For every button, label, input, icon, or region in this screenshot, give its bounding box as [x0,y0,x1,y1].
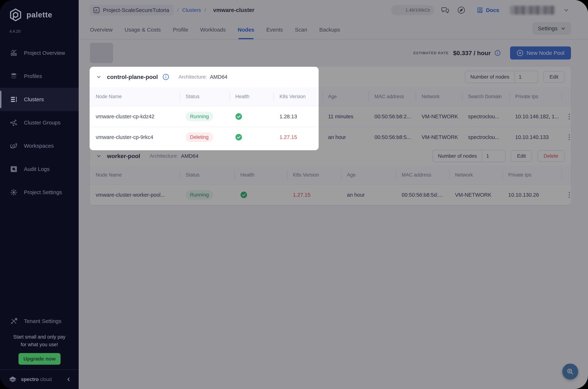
node-name: vmware-cluster-cp-9rkc4 [90,127,180,147]
column-header: Health [229,87,274,106]
node-k8s-version: 1.28.13 [274,106,322,127]
worker-pool-header: worker-pool Architecture: AMD64 Number o… [90,147,571,165]
worker-node-table: Node Name Status Health K8s Version Age … [90,165,571,205]
search-fab[interactable] [562,364,578,380]
column-header: Age [322,87,369,106]
node-name: vmware-cluster-cp-kdz42 [90,106,180,127]
bar-chart-trend-icon [10,49,18,57]
kebab-menu-icon[interactable] [567,106,571,127]
collapse-chevron-down-icon[interactable] [96,154,101,158]
column-header: Age [341,165,396,184]
docs-button[interactable]: Docs [473,4,504,16]
user-menu-chevron-down-icon[interactable] [561,5,571,15]
info-icon[interactable] [163,74,169,80]
sidebar-item-cluster-groups[interactable]: Cluster Groups [0,111,79,134]
spectro-cloud-logo [8,375,17,384]
tab-usage-costs[interactable]: Usage & Costs [125,20,161,39]
sidebar-tenant-section: Tenant Settings [0,310,79,333]
number-of-nodes-label: Number of nodes [433,150,482,162]
orbit-icon [10,142,18,150]
book-icon [477,7,483,13]
node-mac: 00:50:56:b8:2... [369,106,416,127]
column-header: Network [416,87,462,106]
column-header: Status [180,87,229,106]
control-plane-pool-header: control-plane-pool Architecture: AMD64 N… [90,67,571,87]
tab-overview[interactable]: Overview [90,20,112,39]
column-header: Private Ips [503,165,561,184]
column-header: Private Ips [509,87,561,106]
node-status-cell: Running [180,184,235,205]
sidebar-item-profiles[interactable]: Profiles [0,65,79,88]
tab-scan[interactable]: Scan [295,20,307,39]
settings-button[interactable]: Settings [532,23,571,34]
sidebar-item-clusters[interactable]: Clusters [0,88,79,111]
edit-pool-button[interactable]: Edit [511,150,532,162]
check-circle-icon [240,192,247,198]
tab-nodes[interactable]: Nodes [238,20,254,39]
layers-stack-icon [10,72,18,80]
status-badge: Running [186,190,213,199]
pool-controls: Number of nodes 1 Edit [465,71,564,83]
delete-pool-button[interactable]: Delete [537,150,564,162]
kebab-menu-icon[interactable] [567,127,571,147]
app-window: palette 4.4.20 Project Overview [0,0,588,389]
breadcrumb-project[interactable]: Project-ScaleSecureTutoria [90,5,174,16]
number-of-nodes-label: Number of nodes [465,71,515,83]
architecture-value: AMD64 [181,153,198,159]
column-header-actions [561,87,571,106]
sidebar-item-project-settings[interactable]: Project Settings [0,181,79,204]
column-header: Node Name [90,87,180,106]
sidebar-item-label: Project Overview [24,50,65,56]
sidebar-nav: Project Overview Profiles [0,41,79,204]
architecture-label: Architecture: [149,153,178,159]
node-private-ips: 10.10.146.182, 1... [509,106,561,127]
node-actions-cell [561,106,571,127]
column-header: K8s Version [287,165,341,184]
user-name-redacted[interactable] [510,6,555,15]
sidebar-item-label: Profiles [24,73,42,79]
promo-line1: Start small and only pay [0,333,79,341]
tab-profile[interactable]: Profile [173,20,188,39]
compass-icon[interactable] [457,5,466,15]
collapse-chevron-down-icon[interactable] [96,75,101,79]
node-age: an hour [322,127,369,147]
column-header: Status [180,165,235,184]
number-of-nodes-control: Number of nodes 1 [465,71,538,83]
sidebar-item-tenant-settings[interactable]: Tenant Settings [0,310,79,333]
sidebar-item-project-overview[interactable]: Project Overview [0,41,79,65]
sidebar-item-label: Project Settings [24,189,62,195]
info-icon[interactable] [495,50,501,56]
tab-events[interactable]: Events [266,20,283,39]
number-of-nodes-input[interactable]: 1 [515,71,538,83]
control-plane-node-table: Node Name Status Health K8s Version Age … [90,87,571,147]
pool-controls: Number of nodes 1 Edit Delete [432,150,564,162]
sidebar-item-label: Audit Logs [24,166,50,172]
sidebar-item-workspaces[interactable]: Workspaces [0,134,79,158]
node-age: an hour [341,184,396,205]
estimated-rate-value: $0.337 / hour [453,50,491,57]
chat-icon[interactable] [441,5,450,15]
chevron-down-icon [561,26,565,31]
gear-icon [10,188,18,196]
breadcrumb-separator: / [204,7,206,13]
tab-backups[interactable]: Backups [319,20,340,39]
edit-pool-button[interactable]: Edit [543,71,564,83]
sidebar-item-audit-logs[interactable]: Audit Logs [0,158,79,181]
palette-hexagon-logo-icon [9,8,23,22]
number-of-nodes-input[interactable]: 1 [482,150,505,162]
column-header: MAC address [396,165,449,184]
node-health-cell [229,127,274,147]
cluster-list-icon [10,96,18,103]
architecture-label: Architecture: [179,74,207,80]
node-search-domain: spectroclou... [462,106,509,127]
breadcrumb-clusters-link[interactable]: Clusters [182,7,201,13]
node-health-cell [235,184,287,205]
tab-workloads[interactable]: Workloads [200,20,226,39]
view-toggle-tile[interactable] [90,43,113,63]
new-node-pool-button[interactable]: New Node Pool [510,46,571,60]
number-of-nodes-control: Number of nodes 1 [432,150,505,162]
upgrade-now-button[interactable]: Upgrade now [19,353,60,365]
node-mac: 00:50:56:b8:5... [369,127,416,147]
kebab-menu-icon[interactable] [567,185,571,205]
sidebar-collapse-chevron-icon[interactable] [66,377,71,382]
